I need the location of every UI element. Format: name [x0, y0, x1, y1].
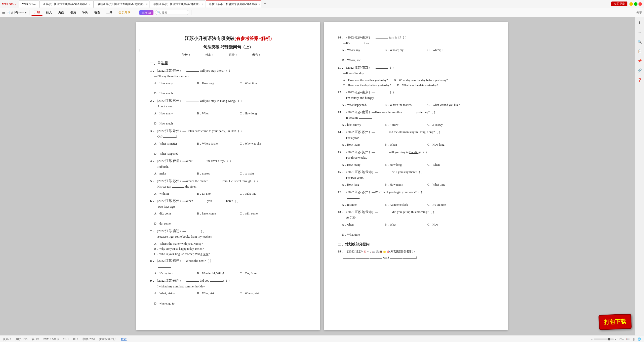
sidebar-help-icon[interactable]: ❓	[636, 76, 643, 83]
q3-sub: —Oh? ?	[154, 135, 177, 138]
tab-vip[interactable]: 会员专享	[116, 9, 133, 16]
close-icon[interactable]: ×	[89, 3, 90, 6]
q6-options: A．did; come B．have; come C．will; come D．…	[154, 211, 306, 226]
tab-tools[interactable]: 工具	[104, 9, 115, 16]
q3-opt-c: C．Why was she	[240, 141, 277, 146]
tab-start[interactable]: 开始	[31, 9, 43, 16]
tab-1[interactable]: WPS Office	[19, 1, 39, 8]
doc-title: 江苏小升初语法专项突破(有参考答案+解析)	[150, 35, 306, 42]
zoom-out-button[interactable]: −	[591, 338, 592, 341]
q11-opt-a: A．How was the weather yesterday? B．What …	[343, 78, 494, 83]
close-icon[interactable]: ×	[146, 3, 148, 6]
question-15: 15．（2022·江苏·扬州）— will you stay in Baodin…	[338, 149, 494, 161]
question-17: 17．（2022·江苏·苏州）—When will you begin your…	[338, 189, 494, 201]
wps-ai-button[interactable]: WPS AI	[139, 10, 153, 15]
tab-3[interactable]: 最新江苏小升初语法专项突破-句法突... ×	[94, 1, 149, 8]
view-mode-web[interactable]: 🌐	[637, 337, 641, 341]
q9-sub: —I visited my aunt last summer holiday.	[154, 285, 206, 288]
q16-sub: —For two years.	[343, 176, 364, 180]
q4-options: A．make B．makes C．to make	[154, 171, 306, 176]
q2-opt-a: A．How many	[154, 111, 192, 116]
search-box[interactable]: 🔍	[155, 10, 189, 15]
status-page: 页码: 1	[3, 337, 11, 341]
window-buttons[interactable]	[629, 2, 642, 6]
sidebar-expand-icon[interactable]: ↔	[636, 29, 643, 36]
question-5: 5．（2022·江苏·苏州）—What's the matter Tom. He…	[150, 178, 306, 190]
tab-5-active[interactable]: 最新江苏小升初语法专项突破-句法突破 ×	[206, 1, 261, 8]
q7-opt-b: B．Why are you so happy today, Helen?	[154, 246, 306, 251]
q18-num: 18．	[338, 210, 344, 214]
tab-review[interactable]: 审阅	[80, 9, 91, 16]
close-icon[interactable]: ×	[259, 3, 260, 6]
q1-opt-c: C．What time	[240, 81, 277, 86]
drag-handle[interactable]: ⁞⁞	[138, 47, 140, 54]
tab-reference[interactable]: 引用	[68, 9, 79, 16]
tab-insert[interactable]: 插入	[44, 9, 55, 16]
toolbar-file[interactable]: 📄 🖨 💾 ↩ ↪ ▼	[7, 11, 27, 15]
q15-options: A．How many B．How long C．When	[342, 162, 494, 167]
status-total-pages: 页数: 1/15	[15, 337, 27, 341]
sidebar-link-icon[interactable]: 🔗	[636, 67, 643, 74]
q19-suffix: 对划线部分提问）	[390, 250, 417, 253]
q19-blanks: want ?	[343, 256, 417, 259]
zoom-thumb[interactable]	[608, 338, 610, 340]
question-4: 4．（2022·江苏·仪征）—What the river dirty?（ ） …	[150, 158, 306, 169]
q11-sub: —It was Sunday.	[343, 71, 365, 75]
share-button[interactable]: 分享	[636, 11, 642, 14]
q14-opt-a: A．How many	[342, 142, 380, 147]
close-icon[interactable]: ×	[202, 3, 204, 6]
window-controls: 立即登录	[611, 2, 642, 6]
q14-options: A．How many B．When C．How long	[342, 142, 494, 147]
close-button[interactable]	[638, 2, 642, 6]
sidebar-search-icon[interactable]: 🔍	[636, 38, 643, 45]
q9-opt-c: C．Where; visit	[240, 291, 277, 296]
right-sidebar: ⬆ ↔ 🔍 📋 📌 🔗 ❓	[635, 17, 644, 336]
separator	[135, 10, 135, 15]
app-branding: WPS Office	[2, 3, 16, 6]
doc-info: 学校：_________ 姓名：_________ 班级：_________ 考…	[150, 52, 306, 57]
zoom-slider[interactable]	[594, 338, 614, 340]
download-badge[interactable]: 打包下载	[598, 314, 632, 330]
q13-sub: —It became .	[343, 116, 373, 119]
tab-4[interactable]: 最新江苏小升初语法专项突破-句法突... ×	[150, 1, 205, 8]
q11-opt-c: C．How was the day before yesterday? D．Wh…	[343, 83, 494, 88]
q10-sub: —It's turn.	[343, 41, 370, 45]
maximize-button[interactable]	[634, 2, 637, 6]
q12-opt-b: B．What's the matter?	[385, 102, 422, 107]
q4-opt-c: C．to make	[240, 171, 277, 176]
q4-blank	[193, 162, 206, 162]
sidebar-pin-icon[interactable]: 📌	[636, 57, 643, 64]
question-8: 8．（2022·江苏·宿迁）—Who's the next?（ ） —	[150, 258, 306, 269]
q10-opt-c: C．Who's; I	[427, 48, 465, 53]
register-button[interactable]: 立即登录	[611, 2, 627, 6]
sidebar-clip-icon[interactable]: 📋	[636, 48, 643, 55]
q3-opt-b: B．Where is she	[197, 141, 235, 146]
q7-opt-c: C．Who is your English teacher, Wang Bing…	[154, 251, 306, 256]
tab-bar[interactable]: WPS Office 江苏小升初语法专项突破-句法突破-1 × 最新江苏小升初语…	[19, 1, 608, 8]
search-icon: 🔍	[157, 11, 161, 14]
tab-2[interactable]: 江苏小升初语法专项突破-句法突破-1 ×	[39, 1, 94, 8]
question-1: 1．（2022·江苏·苏州）— will you stay there?（ ） …	[150, 68, 306, 79]
q2-options: A．How many B．When C．How long D．How much	[154, 111, 306, 126]
zoom-control[interactable]: − + 110%	[591, 338, 624, 341]
zoom-in-button[interactable]: +	[615, 338, 616, 341]
minimize-button[interactable]	[629, 2, 633, 6]
q2-answer: —About a year.	[154, 105, 174, 108]
sidebar-up-icon[interactable]: ⬆	[636, 19, 643, 26]
app-icons: 中 ♪ 📖 💬 🐻 🌟 🎯	[367, 250, 390, 254]
tab-view[interactable]: 视图	[92, 9, 103, 16]
q15-opt-c: C．When	[427, 162, 465, 167]
q8-num: 8．	[150, 259, 155, 263]
q1-year: （2022·江苏·苏州）	[155, 69, 182, 72]
q13-opt-b: B．/; snow	[385, 122, 422, 127]
tab-page[interactable]: 页面	[56, 9, 67, 16]
view-mode-print[interactable]: 🖨	[632, 338, 635, 341]
title-bar: WPS Office WPS Office 江苏小升初语法专项突破-句法突破-1…	[0, 0, 644, 8]
document-area: ⁞⁞ 江苏小升初语法专项突破(有参考答案+解析) 句法突破-特殊疑问句（上） 学…	[0, 17, 644, 335]
search-input[interactable]	[162, 11, 187, 14]
q4-num: 4．	[150, 159, 155, 163]
new-tab-button[interactable]: +	[262, 1, 268, 8]
status-proofread[interactable]: 校对	[121, 337, 127, 341]
view-mode-read[interactable]: 📖	[626, 337, 630, 341]
menu-icon[interactable]: ☰	[2, 10, 6, 15]
